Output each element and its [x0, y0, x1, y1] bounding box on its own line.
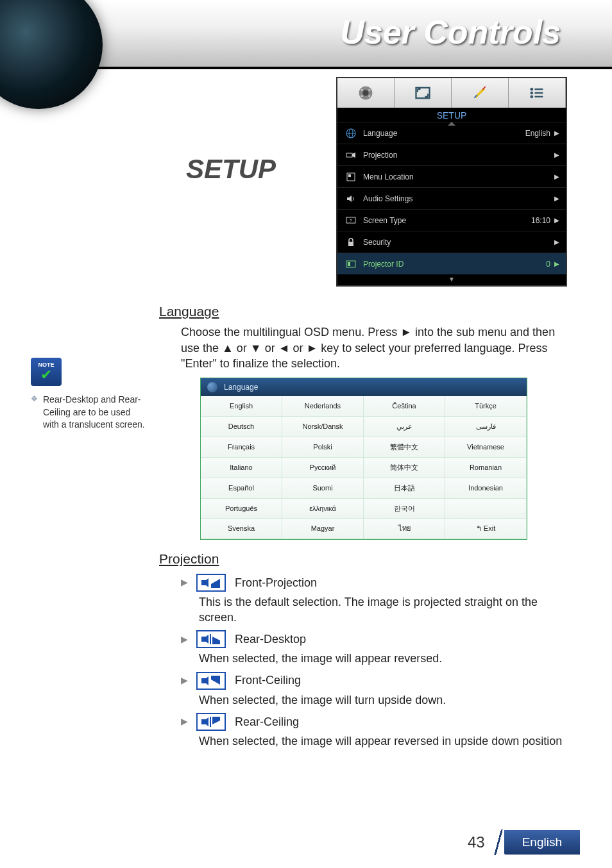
language-panel-title: Language [224, 382, 258, 392]
lang-cell[interactable]: عربي [364, 417, 445, 437]
menu-label: Menu Location [358, 172, 554, 181]
chevron-right-icon: ▶ [554, 195, 559, 202]
lang-exit[interactable]: ↰ Exit [445, 519, 527, 539]
svg-point-3 [368, 89, 370, 91]
chevron-right-icon: ▶ [554, 173, 559, 180]
projection-title: Rear-Desktop [235, 631, 306, 647]
projection-title: Rear-Ceiling [235, 714, 299, 730]
lang-cell[interactable]: Indonesian [445, 478, 527, 499]
menu-row-menu-location[interactable]: Menu Location ▶ [337, 165, 566, 187]
lang-cell[interactable]: English [201, 396, 282, 417]
projection-item: ▶ Front-Ceiling [159, 672, 563, 690]
note-text: Rear-Desktop and Rear-Ceiling are to be … [43, 394, 146, 431]
projection-item: ▶ Front-Projection [159, 574, 563, 592]
lang-cell[interactable]: ไทย [364, 519, 445, 539]
menu-row-audio[interactable]: Audio Settings ▶ [337, 187, 566, 209]
lang-cell[interactable]: Norsk/Dansk [282, 417, 364, 437]
screen-icon: ? [344, 217, 358, 224]
tab-display-icon[interactable] [395, 78, 452, 108]
lang-cell[interactable]: Polski [282, 437, 364, 458]
lock-icon [344, 238, 358, 247]
globe-icon [344, 128, 358, 138]
svg-rect-18 [348, 174, 351, 177]
menu-value: 16:10 [531, 216, 554, 225]
menu-row-projector-id[interactable]: Projector ID 0 ▶ [337, 253, 566, 274]
lang-cell[interactable]: 日本語 [364, 478, 445, 499]
note-item: ❖ Rear-Desktop and Rear-Ceiling are to b… [31, 394, 146, 431]
language-description: Choose the multilingual OSD menu. Press … [159, 324, 563, 371]
lens-graphic [0, 0, 103, 109]
lang-cell[interactable]: Vietnamese [445, 437, 527, 458]
lang-cell[interactable]: Suomi [282, 478, 364, 499]
menu-row-screen-type[interactable]: ? Screen Type 16:10 ▶ [337, 209, 566, 231]
lang-cell[interactable]: 한국어 [364, 499, 445, 519]
lang-cell[interactable]: Deutsch [201, 417, 282, 437]
svg-rect-26 [212, 640, 220, 644]
front-ceiling-icon [196, 672, 226, 690]
note-sidebar: NOTE ✔ ❖ Rear-Desktop and Rear-Ceiling a… [31, 358, 146, 431]
projection-desc: This is the default selection. The image… [159, 594, 563, 626]
svg-rect-10 [535, 92, 543, 94]
section-heading-setup: SETUP [186, 154, 276, 185]
lang-cell[interactable]: 繁體中文 [364, 437, 445, 458]
lang-cell[interactable]: فارسی [445, 417, 527, 437]
lang-cell[interactable]: Русский [282, 458, 364, 478]
lang-cell[interactable]: Čeština [364, 396, 445, 417]
audio-icon [344, 194, 358, 203]
svg-point-7 [531, 88, 534, 91]
lang-cell[interactable]: Nederlands [282, 396, 364, 417]
lang-cell[interactable]: Svenska [201, 519, 282, 539]
chevron-right-icon: ▶ [554, 238, 559, 246]
lang-cell[interactable]: Português [201, 499, 282, 519]
tab-image-icon[interactable] [337, 78, 395, 108]
svg-point-9 [531, 92, 534, 95]
tab-setup-icon[interactable] [452, 78, 509, 108]
language-panel-header: Language [201, 378, 527, 396]
lang-cell[interactable]: ελληνικά [282, 499, 364, 519]
tab-options-icon[interactable] [509, 78, 566, 108]
triangle-bullet-icon: ▶ [181, 674, 187, 687]
setup-osd-panel: SETUP Language English ▶ Projection ▶ Me… [336, 77, 567, 287]
chevron-right-icon: ▶ [554, 151, 559, 158]
menu-label: Projector ID [358, 260, 546, 269]
osd-tabs [337, 78, 566, 108]
svg-point-11 [531, 96, 534, 99]
triangle-bullet-icon: ▶ [181, 633, 187, 646]
menu-label: Screen Type [358, 216, 531, 225]
svg-rect-12 [535, 96, 543, 97]
chevron-right-icon: ▶ [554, 129, 559, 137]
lang-cell[interactable] [445, 499, 527, 519]
lang-cell[interactable]: Français [201, 437, 282, 458]
check-icon: ✔ [40, 368, 52, 382]
svg-rect-21 [348, 242, 353, 246]
id-icon [344, 260, 358, 268]
heading-projection: Projection [159, 550, 563, 568]
lang-cell[interactable]: 简体中文 [364, 458, 445, 478]
menu-label: Security [358, 238, 554, 247]
scroll-down-icon: ▼ [337, 274, 566, 285]
svg-point-4 [361, 95, 363, 97]
svg-rect-27 [211, 676, 220, 680]
lang-cell[interactable]: Italiano [201, 458, 282, 478]
menu-row-security[interactable]: Security ▶ [337, 231, 566, 253]
menu-value: 0 [546, 260, 554, 269]
chevron-right-icon: ▶ [554, 260, 559, 267]
lang-cell[interactable]: Romanian [445, 458, 527, 478]
rear-desktop-icon [196, 630, 226, 648]
lang-cell[interactable]: Español [201, 478, 282, 499]
svg-rect-16 [346, 153, 352, 157]
lang-cell[interactable]: Magyar [282, 519, 364, 539]
rear-ceiling-icon [196, 713, 226, 731]
menu-row-projection[interactable]: Projection ▶ [337, 144, 566, 165]
svg-rect-24 [211, 584, 220, 588]
osd-title: SETUP [337, 108, 566, 122]
footer-language: English [504, 830, 580, 855]
projection-item: ▶ Rear-Desktop [159, 630, 563, 648]
triangle-bullet-icon: ▶ [181, 715, 187, 728]
body-column: Language Choose the multilingual OSD men… [159, 300, 563, 749]
page-title: User Controls [340, 13, 561, 51]
lang-cell[interactable]: Türkçe [445, 396, 527, 417]
svg-point-2 [361, 89, 363, 91]
heading-language: Language [159, 303, 563, 321]
note-badge-icon: NOTE ✔ [31, 358, 62, 386]
